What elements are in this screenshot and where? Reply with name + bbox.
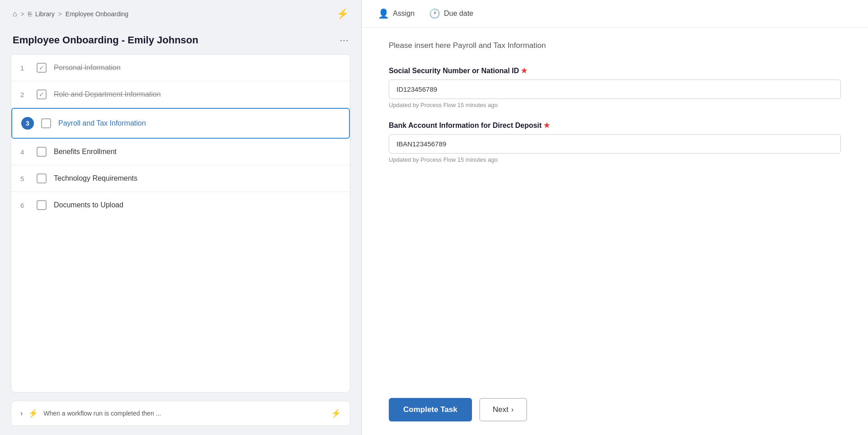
task-label-4: Benefits Enrollment bbox=[54, 148, 341, 156]
task-item-6[interactable]: 6 Documents to Upload bbox=[11, 192, 350, 218]
task-number-1: 1 bbox=[20, 64, 29, 72]
task-item-3[interactable]: 3 Payroll and Tax Information bbox=[11, 108, 350, 139]
breadcrumb: ⌂ > ⎘ Library > Employee Onboarding ⚡ bbox=[0, 0, 361, 28]
next-label: Next bbox=[493, 405, 509, 414]
right-top-actions: 👤 Assign 🕐 Due date bbox=[362, 0, 868, 28]
assign-button[interactable]: 👤 Assign bbox=[378, 8, 415, 19]
task-checkbox-2[interactable] bbox=[37, 89, 47, 99]
task-checkbox-6[interactable] bbox=[37, 200, 47, 210]
left-panel: ⌂ > ⎘ Library > Employee Onboarding ⚡ Em… bbox=[0, 0, 362, 435]
task-number-3: 3 bbox=[21, 117, 34, 130]
home-icon: ⌂ bbox=[13, 10, 17, 18]
right-content: Please insert here Payroll and Tax Infor… bbox=[362, 28, 868, 387]
assign-label: Assign bbox=[393, 9, 415, 18]
assign-icon: 👤 bbox=[378, 8, 389, 19]
clock-icon: 🕐 bbox=[429, 8, 440, 19]
bank-input[interactable] bbox=[389, 134, 841, 154]
field-group-bank: Bank Account Information for Direct Depo… bbox=[389, 121, 841, 163]
task-label-5: Technology Requirements bbox=[54, 174, 341, 182]
lightning-icon-top: ⚡ bbox=[336, 8, 349, 20]
field-group-ssn: Social Security Number or National ID ★ … bbox=[389, 66, 841, 108]
breadcrumb-separator2: > bbox=[58, 10, 62, 18]
breadcrumb-current: Employee Onboarding bbox=[66, 10, 128, 18]
workflow-text: When a workflow run is completed then ..… bbox=[43, 410, 326, 417]
task-label-3: Payroll and Tax Information bbox=[58, 119, 340, 127]
field-label-bank: Bank Account Information for Direct Depo… bbox=[389, 121, 841, 130]
next-chevron-icon: › bbox=[511, 406, 514, 414]
task-number-5: 5 bbox=[20, 175, 29, 182]
task-item-5[interactable]: 5 Technology Requirements bbox=[11, 165, 350, 192]
right-panel: 👤 Assign 🕐 Due date Please insert here P… bbox=[362, 0, 868, 435]
breadcrumb-separator: > bbox=[21, 10, 24, 18]
task-checkbox-3[interactable] bbox=[41, 118, 51, 128]
task-item-4[interactable]: 4 Benefits Enrollment bbox=[11, 139, 350, 165]
task-checkbox-1[interactable] bbox=[37, 63, 47, 73]
workflow-lightning-right-icon: ⚡ bbox=[331, 408, 341, 418]
field-label-bank-text: Bank Account Information for Direct Depo… bbox=[389, 122, 542, 130]
ssn-input[interactable] bbox=[389, 80, 841, 99]
task-checkbox-5[interactable] bbox=[37, 173, 47, 183]
next-button[interactable]: Next › bbox=[479, 398, 527, 421]
workflow-footer[interactable]: › ⚡ When a workflow run is completed the… bbox=[11, 401, 350, 426]
workflow-lightning-icon: ⚡ bbox=[28, 408, 38, 418]
task-checkbox-4[interactable] bbox=[37, 147, 47, 157]
task-label-2: Role and Department Information bbox=[54, 90, 341, 98]
field-label-ssn: Social Security Number or National ID ★ bbox=[389, 66, 841, 75]
instructions-text: Please insert here Payroll and Tax Infor… bbox=[389, 41, 841, 50]
task-item-2[interactable]: 2 Role and Department Information bbox=[11, 81, 350, 108]
field-label-ssn-text: Social Security Number or National ID bbox=[389, 67, 519, 75]
due-date-button[interactable]: 🕐 Due date bbox=[429, 8, 473, 19]
tasks-list: 1 Personal Information 2 Role and Depart… bbox=[11, 54, 350, 393]
complete-task-button[interactable]: Complete Task bbox=[389, 398, 472, 421]
task-label-6: Documents to Upload bbox=[54, 201, 341, 209]
page-title: Employee Onboarding - Emily Johnson bbox=[13, 34, 340, 46]
task-number-2: 2 bbox=[20, 91, 29, 98]
ssn-field-meta: Updated by Process Flow 15 minutes ago bbox=[389, 102, 841, 108]
required-star-ssn: ★ bbox=[521, 66, 527, 75]
right-actions: Complete Task Next › bbox=[362, 387, 868, 435]
task-number-4: 4 bbox=[20, 148, 29, 156]
task-label-1: Personal Information bbox=[54, 64, 341, 72]
page-header: Employee Onboarding - Emily Johnson ⋯ bbox=[0, 28, 361, 54]
chevron-right-icon: › bbox=[20, 409, 23, 417]
bank-field-meta: Updated by Process Flow 15 minutes ago bbox=[389, 156, 841, 163]
page-icon: ⎘ bbox=[28, 10, 32, 18]
task-item-1[interactable]: 1 Personal Information bbox=[11, 55, 350, 81]
required-star-bank: ★ bbox=[543, 121, 550, 130]
breadcrumb-home-link[interactable]: Library bbox=[35, 10, 55, 18]
task-number-6: 6 bbox=[20, 201, 29, 209]
due-date-label: Due date bbox=[444, 9, 473, 18]
more-menu-icon[interactable]: ⋯ bbox=[340, 35, 349, 46]
